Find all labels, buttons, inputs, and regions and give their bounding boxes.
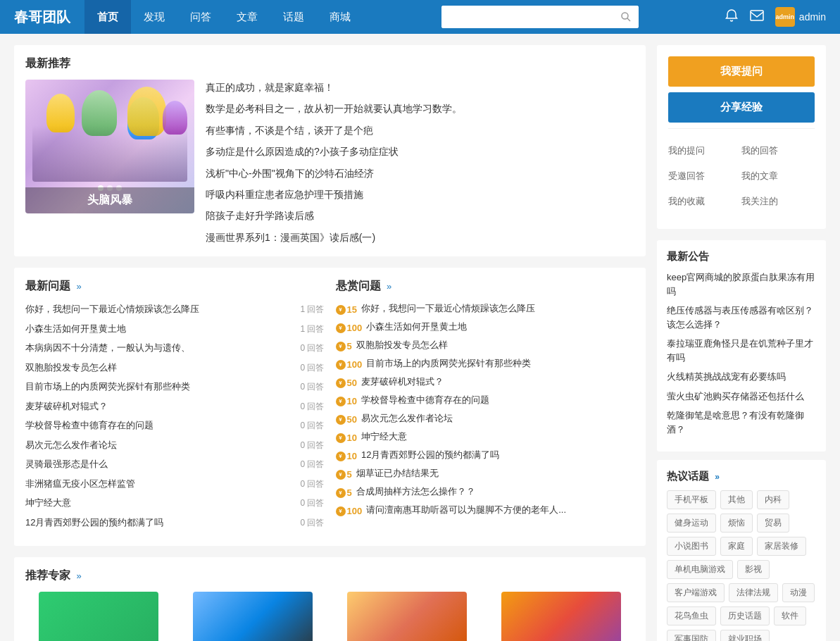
reward-questions-col: 悬赏问题 » ¥15 你好，我想问一下最近心情烦躁该怎么降压 ¥100 小森生活… [336,279,635,535]
q-item-2[interactable]: 本病病因不十分清楚，一般认为与遗传、 0 回答 [25,341,325,355]
expert-card-3[interactable] [489,592,634,641]
my-link-1[interactable]: 我的回答 [741,142,815,160]
r-item-0[interactable]: ¥15 你好，我想问一下最近心情烦躁该怎么降压 [336,302,635,315]
r-item-3[interactable]: ¥100 目前市场上的内质网荧光探针有那些种类 [336,357,635,370]
tags-container: 手机平板 其他 内科 健身运动 烦恼 贸易 小说图书 家庭 家居装修 单机电脑游… [667,490,816,641]
recommend-item-0[interactable]: 真正的成功，就是家庭幸福！ [206,80,634,95]
announce-item-5[interactable]: 乾隆御笔是啥意思？有没有乾隆御酒？ [667,409,816,436]
r-item-11[interactable]: ¥100 请问澶南惠耳助听器可以为腿脚不方便的老年人... [336,504,635,516]
q-item-1[interactable]: 小森生活如何开垦黄土地 1 回答 [25,322,325,336]
recommend-item-2[interactable]: 有些事情，不谈是个结，谈开了是个疤 [206,123,634,138]
tag-14[interactable]: 花鸟鱼虫 [667,606,716,626]
my-links: 我的提问 我的回答 受邀回答 我的文章 我的收藏 我关注的 [668,135,815,218]
user-area[interactable]: admin admin [775,7,826,27]
q-item-6[interactable]: 学校督导检查中德育存在的问题 0 回答 [25,418,325,432]
bell-icon [725,8,739,23]
tag-18[interactable]: 就业职场 [720,630,770,641]
recommend-item-7[interactable]: 漫画世界系列1：漫画英国》读后感(一) [206,230,634,245]
tag-4[interactable]: 烦恼 [720,514,753,533]
tag-0[interactable]: 手机平板 [667,490,716,509]
right-area: admin admin [725,7,826,27]
experts-link[interactable]: » [76,571,81,581]
navbar: 春哥团队 首页 发现 问答 文章 话题 商城 [0,0,840,34]
q-item-0[interactable]: 你好，我想问一下最近心情烦躁该怎么降压 1 回答 [25,302,325,316]
q-item-11[interactable]: 12月青西郊野公园的预约都满了吗 0 回答 [25,516,325,530]
recommend-item-1[interactable]: 数学是必考科目之一，故从初一开始就要认真地学习数学。 [206,101,634,116]
q-item-7[interactable]: 易次元怎么发作者论坛 0 回答 [25,438,325,452]
notification-button[interactable] [725,8,739,26]
latest-questions-col: 最新问题 » 你好，我想问一下最近心情烦躁该怎么降压 1 回答 小森生活如何开垦… [25,279,325,535]
r-item-6[interactable]: ¥50 易次元怎么发作者论坛 [336,412,635,425]
tag-16[interactable]: 软件 [774,606,806,626]
q-item-5[interactable]: 麦芽破碎机对辊式？ 0 回答 [25,399,325,413]
expert-card-2[interactable] [334,592,480,641]
message-button[interactable] [750,10,764,25]
latest-questions-link[interactable]: » [76,281,81,292]
tag-9[interactable]: 单机电脑游戏 [667,560,733,579]
announce-item-2[interactable]: 泰拉瑞亚鹿角怪只是在饥荒种子里才有吗 [667,337,816,364]
q-item-3[interactable]: 双胞胎投发专员怎么样 0 回答 [25,361,325,375]
my-link-0[interactable]: 我的提问 [668,142,741,160]
reward-questions-link[interactable]: » [387,281,391,292]
r-item-4[interactable]: ¥50 麦芽破碎机对辊式？ [336,375,635,388]
recommend-item-5[interactable]: 呼吸内科重症患者应急护理干预措施 [206,187,634,202]
nav-shop[interactable]: 商城 [317,0,363,34]
q-item-4[interactable]: 目前市场上的内质网荧光探针有那些种类 0 回答 [25,380,325,394]
tag-5[interactable]: 贸易 [757,514,789,533]
r-item-1[interactable]: ¥100 小森生活如何开垦黄土地 [336,320,635,333]
search-button[interactable] [613,6,639,28]
r-item-10[interactable]: ¥5 合成周抽样方法怎么操作？？ [336,485,635,498]
reward-questions-title: 悬赏问题 » [336,279,635,294]
svg-line-1 [627,18,630,21]
nav-topic[interactable]: 话题 [270,0,317,34]
r-item-8[interactable]: ¥10 12月青西郊野公园的预约都满了吗 [336,449,635,461]
expert-card-0[interactable] [25,592,171,641]
tag-10[interactable]: 影视 [737,560,770,579]
hot-topics-link[interactable]: » [715,472,720,482]
tag-17[interactable]: 军事国防 [667,630,716,641]
my-link-2[interactable]: 受邀回答 [668,167,741,185]
nav-qa[interactable]: 问答 [177,0,224,34]
nav-discover[interactable]: 发现 [131,0,177,34]
announce-item-4[interactable]: 萤火虫矿池购买存储器还包括什么 [667,390,816,404]
tag-3[interactable]: 健身运动 [667,514,716,533]
my-link-4[interactable]: 我的收藏 [668,192,741,211]
tag-12[interactable]: 法律法规 [729,583,778,602]
search-input[interactable] [441,6,613,28]
nav-article[interactable]: 文章 [224,0,270,34]
announce-item-1[interactable]: 绝压传感器与表压传感器有啥区别？该怎么选择？ [667,304,816,331]
tag-7[interactable]: 家庭 [720,537,753,556]
expert-card-1[interactable] [180,592,325,641]
ask-button[interactable]: 我要提问 [668,56,815,87]
tag-6[interactable]: 小说图书 [667,537,716,556]
q-item-9[interactable]: 非洲猪瘟无疫小区怎样监管 0 回答 [25,477,325,491]
image-label: 头脑风暴 [25,187,194,213]
recommend-item-3[interactable]: 多动症是什么原因造成的?小孩子多动症症状 [206,144,634,159]
hot-topics-title: 热议话题 » [667,470,816,483]
r-item-7[interactable]: ¥10 坤宁经大意 [336,430,635,443]
r-item-5[interactable]: ¥10 学校督导检查中德育存在的问题 [336,394,635,406]
announce-item-0[interactable]: keep官网商城的胶原蛋白肽果冻有用吗 [667,270,816,298]
r-item-2[interactable]: ¥5 双胞胎投发专员怎么样 [336,339,635,351]
tag-8[interactable]: 家居装修 [757,537,806,556]
q-item-10[interactable]: 坤宁经大意 0 回答 [25,496,325,510]
share-button[interactable]: 分享经验 [668,92,815,123]
my-link-3[interactable]: 我的文章 [741,167,815,185]
r-item-9[interactable]: ¥5 烟草证已办结结果无 [336,467,635,480]
tag-15[interactable]: 历史话题 [720,606,770,626]
announce-title: 最新公告 [667,250,816,263]
tag-11[interactable]: 客户端游戏 [667,583,725,602]
tag-13[interactable]: 动漫 [782,583,815,602]
tag-1[interactable]: 其他 [720,490,753,509]
recommend-item-4[interactable]: 浅析"中心-外围"视角下的沙特石油经济 [206,166,634,181]
q-item-8[interactable]: 灵骑最强形态是什么 0 回答 [25,457,325,471]
coin-icon-3: ¥ [336,360,346,370]
recommend-item-6[interactable]: 陪孩子走好升学路读后感 [206,208,634,223]
nav-home[interactable]: 首页 [84,0,131,34]
my-link-5[interactable]: 我关注的 [741,192,815,211]
announce-item-3[interactable]: 火线精英挑战战宠有必要练吗 [667,370,816,384]
main-container: 最新推荐 头脑风暴 [0,34,840,641]
coin-icon-7: ¥ [336,433,346,443]
expert-avatar-3 [501,592,621,641]
tag-2[interactable]: 内科 [757,490,789,509]
